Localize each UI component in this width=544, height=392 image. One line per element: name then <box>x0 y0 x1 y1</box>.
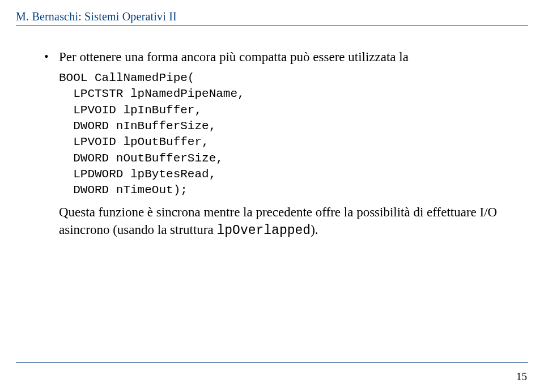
intro-accent1: ù <box>230 50 236 64</box>
page: M. Bernaschi: Sistemi Operativi II • Per… <box>0 0 544 392</box>
footer-rule <box>16 362 528 363</box>
intro-part2: compatta pu <box>236 50 303 64</box>
bullet-body: Per ottenere una forma ancora più compat… <box>59 48 528 240</box>
page-number: 15 <box>516 370 527 383</box>
p2-accent1: è <box>147 205 153 219</box>
code-line-4: LPVOID lpOutBuffer, <box>59 135 209 148</box>
bullet-item: • Per ottenere una forma ancora più comp… <box>44 48 528 240</box>
content-area: • Per ottenere una forma ancora più comp… <box>16 25 528 240</box>
bullet-marker: • <box>44 48 59 66</box>
code-line-0: BOOL CallNamedPipe( <box>59 71 194 84</box>
intro-line: Per ottenere una forma ancora più compat… <box>59 48 528 66</box>
code-line-5: DWORD nOutBufferSize, <box>59 152 223 165</box>
code-line-6: LPDWORD lpBytesRead, <box>59 168 216 181</box>
paragraph-2: Questa funzione è sincrona mentre la pre… <box>59 203 528 240</box>
code-block: BOOL CallNamedPipe( LPCTSTR lpNamedPipeN… <box>59 70 528 199</box>
p2-code: lpOverlapped <box>216 223 311 238</box>
intro-part1: Per ottenere una forma ancora pi <box>59 50 230 64</box>
p2-accent2: à <box>405 205 410 219</box>
p2-b: sincrona mentre la precedente offre la p… <box>153 205 404 219</box>
code-line-1: LPCTSTR lpNamedPipeName, <box>59 87 245 100</box>
code-line-2: LPVOID lpInBuffer, <box>59 104 202 117</box>
intro-accent2: ò <box>303 50 310 64</box>
header-text: M. Bernaschi: Sistemi Operativi II <box>16 10 528 25</box>
p2-d: ). <box>311 223 318 237</box>
p2-a: Questa funzione <box>59 205 147 219</box>
code-line-7: DWORD nTimeOut); <box>59 184 188 197</box>
code-line-3: DWORD nInBufferSize, <box>59 120 216 133</box>
intro-part3: essere utilizzata la <box>310 50 409 64</box>
